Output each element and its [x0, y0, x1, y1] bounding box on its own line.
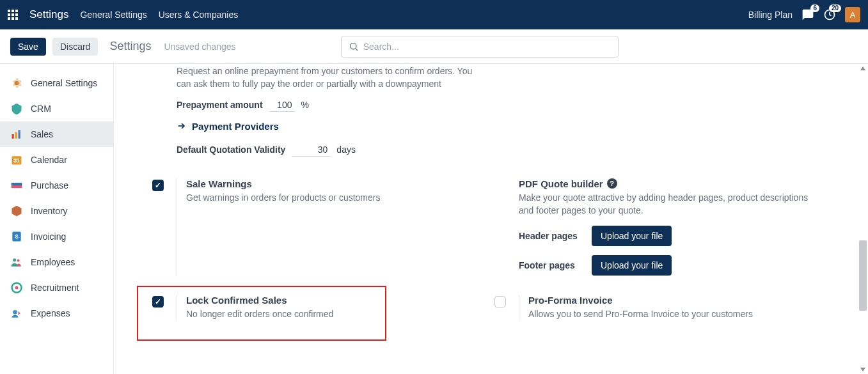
proforma-checkbox[interactable] [494, 296, 506, 308]
activity-badge: 20 [829, 4, 841, 12]
scroll-up-arrow[interactable] [860, 66, 865, 70]
sidebar-item-label: Sales [31, 129, 53, 139]
messages-badge: 6 [810, 4, 819, 12]
nav-link-users-companies[interactable]: Users & Companies [159, 10, 239, 20]
sidebar-item-label: CRM [31, 104, 51, 114]
employees-icon [10, 256, 23, 269]
default-validity-label: Default Quotation Validity [177, 144, 285, 155]
calendar-icon: 31 [10, 153, 23, 166]
discard-button[interactable]: Discard [52, 38, 98, 56]
app-title[interactable]: Settings [29, 8, 68, 21]
svg-point-16 [13, 310, 17, 315]
sale-warnings-checkbox[interactable] [152, 180, 164, 191]
pdf-quote-desc: Make your quote attractive by adding hea… [519, 191, 824, 217]
default-validity-unit: days [336, 144, 356, 155]
lock-confirmed-title: Lock Confirmed Sales [186, 295, 482, 306]
arrow-right-icon [177, 121, 187, 131]
footer-pages-label: Footer pages [519, 260, 583, 270]
svg-point-13 [17, 259, 19, 261]
billing-plan-link[interactable]: Billing Plan [748, 10, 793, 20]
svg-point-1 [350, 43, 356, 49]
svg-text:31: 31 [13, 157, 20, 164]
invoicing-icon: $ [10, 230, 23, 243]
proforma-desc: Allows you to send Pro-Forma Invoice to … [528, 308, 824, 320]
help-icon[interactable]: ? [607, 178, 617, 189]
sidebar-item-sales[interactable]: Sales [0, 121, 113, 147]
top-nav: Settings General Settings Users & Compan… [0, 0, 868, 29]
sidebar-item-recruitment[interactable]: Recruitment [0, 275, 113, 300]
proforma-title: Pro-Forma Invoice [528, 295, 824, 306]
sidebar-item-crm[interactable]: CRM [0, 96, 113, 121]
prepayment-amount-input[interactable] [269, 98, 295, 112]
inventory-icon [10, 205, 23, 217]
payment-providers-link[interactable]: Payment Providers [177, 121, 475, 132]
lock-confirmed-desc: No longer edit orders once confirmed [186, 308, 482, 320]
sidebar-item-label: Recruitment [31, 283, 79, 293]
sidebar-item-label: Invoicing [31, 231, 66, 242]
upload-header-button[interactable]: Upload your file [592, 226, 672, 246]
sidebar-item-label: Employees [31, 257, 75, 267]
sale-warnings-desc: Get warnings in orders for products or c… [186, 191, 482, 204]
save-button[interactable]: Save [10, 38, 46, 56]
unsaved-changes-label: Unsaved changes [164, 42, 235, 52]
svg-rect-4 [15, 132, 17, 139]
sidebar-item-label: Purchase [31, 180, 68, 191]
svg-text:$: $ [15, 233, 18, 240]
prepayment-amount-unit: % [301, 100, 309, 110]
prepayment-desc: Request an online prepayment from your c… [177, 65, 475, 91]
scrollbar-thumb[interactable] [859, 240, 867, 311]
gear-icon [10, 77, 23, 90]
lock-confirmed-checkbox[interactable] [152, 296, 164, 308]
expenses-icon [10, 307, 23, 320]
sidebar-item-general-settings[interactable]: General Settings [0, 70, 113, 96]
nav-link-general-settings[interactable]: General Settings [80, 10, 146, 20]
header-pages-label: Header pages [519, 231, 583, 241]
activity-icon[interactable]: 20 [823, 8, 836, 21]
svg-rect-8 [12, 183, 22, 185]
crm-icon [10, 102, 23, 115]
sale-warnings-title: Sale Warnings [186, 178, 482, 189]
sidebar-item-inventory[interactable]: Inventory [0, 198, 113, 224]
svg-rect-9 [12, 185, 22, 188]
sidebar-item-label: Expenses [31, 308, 70, 318]
scroll-down-arrow[interactable] [860, 368, 865, 371]
avatar[interactable]: A [845, 7, 860, 22]
apps-icon[interactable] [8, 10, 18, 20]
sidebar-item-employees[interactable]: Employees [0, 249, 113, 275]
control-bar: Save Discard Settings Unsaved changes [0, 29, 868, 64]
svg-rect-3 [12, 134, 14, 139]
svg-line-2 [356, 49, 358, 51]
sidebar-item-invoicing[interactable]: $ Invoicing [0, 224, 113, 249]
breadcrumb: Settings [109, 40, 151, 53]
sidebar-item-label: Calendar [31, 155, 67, 165]
sidebar-item-calendar[interactable]: 31 Calendar [0, 147, 113, 173]
purchase-icon [10, 179, 23, 192]
svg-rect-5 [19, 130, 20, 138]
prepayment-amount-label: Prepayment amount [177, 100, 263, 110]
sidebar-item-label: General Settings [31, 78, 97, 88]
sales-icon [10, 128, 23, 141]
default-validity-input[interactable] [292, 143, 330, 157]
sidebar: General Settings CRM Sales 31 Calendar P… [0, 64, 114, 374]
search-icon [349, 42, 359, 52]
upload-footer-button[interactable]: Upload your file [592, 255, 672, 276]
svg-point-15 [15, 286, 19, 290]
pdf-quote-title: PDF Quote builder [519, 178, 603, 189]
sidebar-item-purchase[interactable]: Purchase [0, 173, 113, 198]
svg-point-12 [13, 258, 16, 261]
messages-icon[interactable]: 6 [801, 8, 814, 21]
search-input[interactable] [341, 36, 619, 58]
recruitment-icon [10, 281, 23, 294]
sidebar-item-label: Inventory [31, 206, 68, 216]
settings-content[interactable]: Request an online prepayment from your c… [114, 64, 868, 374]
sidebar-item-expenses[interactable]: Expenses [0, 300, 113, 326]
